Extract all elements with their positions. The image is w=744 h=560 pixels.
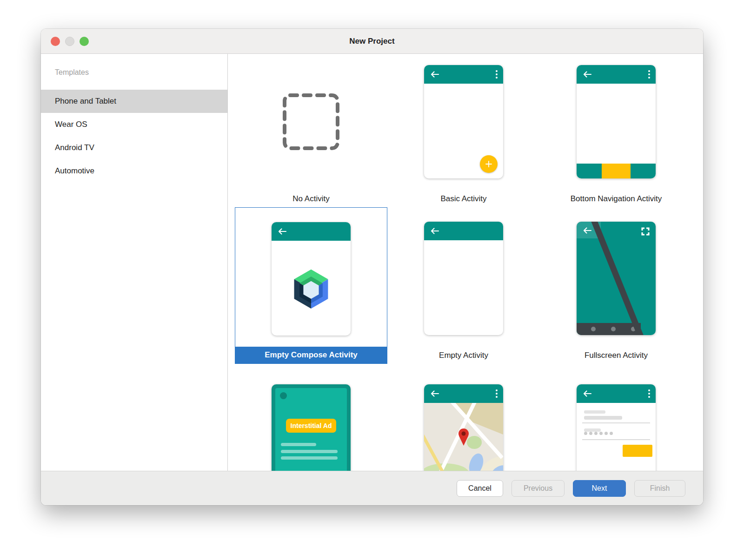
zoom-window-button[interactable]: [80, 37, 89, 46]
plus-icon: [485, 160, 492, 168]
diagonal-stripe: [577, 222, 656, 335]
sidebar-item-android-tv[interactable]: Android TV: [41, 136, 227, 159]
bottom-navigation-thumbnail: [540, 54, 692, 191]
placeholder-line: [281, 456, 338, 460]
kebab-menu-icon: [496, 70, 498, 79]
cancel-button[interactable]: Cancel: [457, 480, 503, 497]
templates-sidebar: Templates Phone and Tablet Wear OS Andro…: [41, 54, 228, 471]
form-underline: [582, 439, 650, 440]
template-fullscreen-activity[interactable]: Fullscreen Activity: [540, 207, 692, 364]
submit-button-placeholder: [623, 445, 652, 457]
form-label-placeholder: [584, 410, 605, 414]
next-button[interactable]: Next: [573, 480, 626, 497]
bottom-nav-bar: [577, 164, 656, 178]
close-window-button[interactable]: [51, 37, 60, 46]
form-label-placeholder: [584, 428, 601, 432]
placeholder-line: [281, 443, 316, 446]
no-activity-thumbnail: [235, 54, 387, 191]
placeholder-line: [281, 450, 338, 453]
template-login-activity[interactable]: [540, 370, 692, 471]
kebab-menu-icon: [648, 389, 650, 398]
kebab-menu-icon: [648, 70, 650, 79]
interstitial-ad-badge: Interstitial Ad: [286, 419, 336, 433]
dialog-footer: Cancel Previous Next Finish: [41, 471, 703, 505]
template-label: Bottom Navigation Activity: [540, 191, 692, 207]
map-illustration: [424, 403, 503, 471]
sidebar-item-wear-os[interactable]: Wear OS: [41, 113, 227, 136]
sidebar-item-automotive[interactable]: Automotive: [41, 159, 227, 183]
back-arrow-icon: [430, 390, 440, 397]
finish-button[interactable]: Finish: [634, 480, 685, 497]
previous-button[interactable]: Previous: [512, 480, 565, 497]
back-arrow-icon: [582, 227, 592, 234]
login-thumbnail: [540, 370, 692, 471]
template-label: Basic Activity: [387, 191, 540, 207]
interstitial-ad-thumbnail: Interstitial Ad: [235, 370, 387, 471]
fullscreen-icon: [641, 227, 650, 236]
template-no-activity[interactable]: No Activity: [235, 54, 387, 207]
empty-activity-thumbnail: [387, 207, 540, 347]
traffic-lights: [51, 37, 89, 46]
template-label: Fullscreen Activity: [540, 347, 692, 364]
back-arrow-icon: [430, 228, 440, 234]
window-title: New Project: [41, 29, 703, 53]
template-basic-activity[interactable]: Basic Activity: [387, 54, 540, 207]
dashed-square-placeholder: [281, 92, 341, 152]
back-arrow-icon: [430, 71, 440, 78]
fab-button: [480, 155, 498, 173]
sidebar-item-phone-and-tablet[interactable]: Phone and Tablet: [41, 90, 227, 113]
template-label: Empty Activity: [387, 347, 540, 364]
form-input-placeholder: [584, 416, 622, 420]
minimize-window-button[interactable]: [65, 37, 74, 46]
back-arrow-icon: [582, 71, 592, 78]
kebab-menu-icon: [496, 389, 498, 398]
template-bottom-navigation-activity[interactable]: Bottom Navigation Activity: [540, 54, 692, 207]
jetpack-compose-logo: [290, 267, 332, 310]
back-arrow-icon: [277, 228, 287, 235]
back-arrow-icon: [582, 390, 592, 397]
template-label: No Activity: [235, 191, 387, 207]
titlebar[interactable]: New Project: [41, 29, 703, 54]
new-project-dialog: New Project Templates Phone and Tablet W…: [41, 29, 703, 505]
maps-thumbnail: [387, 370, 540, 471]
form-underline: [582, 422, 650, 423]
fullscreen-activity-thumbnail: [540, 207, 692, 347]
template-label-selected: Empty Compose Activity: [235, 347, 387, 363]
empty-compose-thumbnail: [235, 208, 387, 347]
template-empty-compose-activity[interactable]: Empty Compose Activity: [235, 207, 387, 364]
sidebar-list: Phone and Tablet Wear OS Android TV Auto…: [41, 90, 227, 183]
template-google-maps-activity[interactable]: [387, 370, 540, 471]
ad-avatar-dot: [280, 392, 287, 399]
password-dots: [584, 432, 613, 435]
basic-activity-thumbnail: [387, 54, 540, 191]
sidebar-header: Templates: [55, 68, 227, 79]
template-admob-ads-activity[interactable]: Interstitial Ad: [235, 370, 387, 471]
template-empty-activity[interactable]: Empty Activity: [387, 207, 540, 364]
template-grid: No Activity: [228, 54, 703, 471]
